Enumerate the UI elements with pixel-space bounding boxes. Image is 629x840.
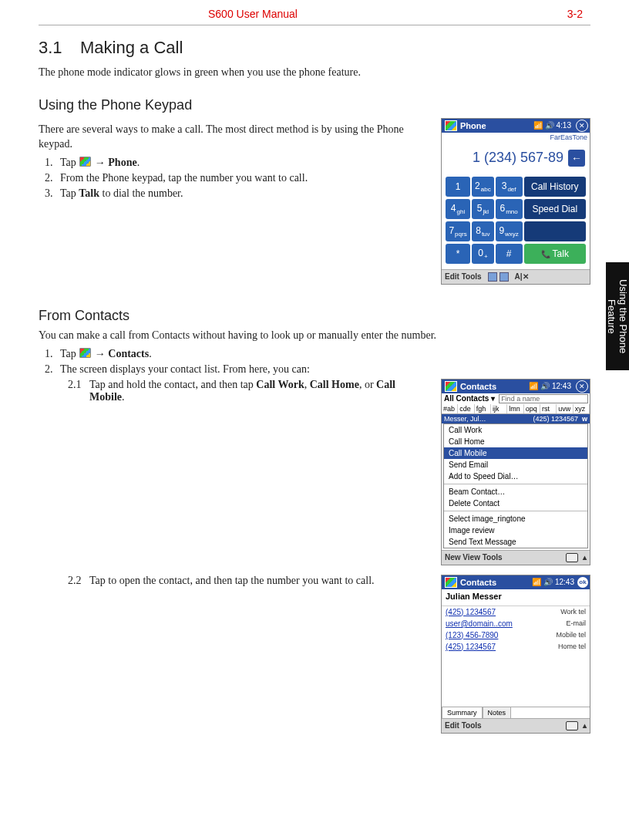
contact-field[interactable]: (425) 1234567Home tel <box>442 641 590 653</box>
status-icons: 📶🔊12:43 <box>532 578 574 586</box>
key-9[interactable]: 9wxyz <box>496 221 523 241</box>
page-number: 3-2 <box>567 8 583 20</box>
start-icon <box>79 157 91 167</box>
key-7[interactable]: 7pqrs <box>446 221 470 241</box>
speed-dial-button[interactable]: Speed Dial <box>524 199 586 219</box>
keyboard-icon[interactable] <box>566 553 578 562</box>
status-icons: 📶🔊12:43 <box>529 382 571 390</box>
window-title: Phone <box>460 121 530 130</box>
up-icon[interactable]: ▴ <box>583 721 587 730</box>
menu-item[interactable]: Delete Contact <box>444 498 587 509</box>
start-icon[interactable] <box>445 120 457 131</box>
section-intro: The phone mode indicator glows in green … <box>39 66 590 80</box>
carrier-label: FarEasTone <box>442 133 590 142</box>
screenshot-phone-keypad: Phone 📶🔊4:13 ✕ FarEasTone 1 (234) 567-89… <box>441 118 590 285</box>
backspace-button[interactable]: ← <box>568 150 585 167</box>
input-mode-indicator: A|✕ <box>515 272 529 281</box>
key-3[interactable]: 3def <box>496 177 523 197</box>
keyboard-icon[interactable] <box>566 721 578 730</box>
step-3: Tap Talk to dial the number. <box>56 187 427 200</box>
side-tab: Using the Phone Feature <box>606 262 629 370</box>
tab-notes[interactable]: Notes <box>483 707 512 718</box>
header-rule <box>39 25 590 25</box>
alpha-filter[interactable]: #ab <box>442 404 458 413</box>
menu-item[interactable]: Call Mobile <box>444 447 587 459</box>
window-title: Contacts <box>460 578 529 587</box>
talk-button[interactable]: 📞Talk <box>524 244 586 264</box>
contacts-filter[interactable]: All Contacts ▾ <box>442 393 497 404</box>
key-0[interactable]: 0+ <box>472 244 494 264</box>
contact-field[interactable]: (123) 456-7890Mobile tel <box>442 629 590 641</box>
menu-item[interactable]: Send Email <box>444 459 587 471</box>
close-icon[interactable]: ✕ <box>576 380 588 393</box>
menu-item[interactable]: Add to Speed Dial… <box>444 471 587 482</box>
keypad: 1 2abc 3def Call History 4ghi 5jkl 6mno … <box>442 174 590 269</box>
key-1[interactable]: 1 <box>446 177 470 197</box>
contact-name: Julian Messer <box>442 589 590 606</box>
key-4[interactable]: 4ghi <box>446 199 470 219</box>
edit-menu[interactable]: Edit Tools <box>445 272 482 281</box>
menu-item[interactable]: Select image_ringtone <box>444 513 587 525</box>
key-5[interactable]: 5jkl <box>472 199 494 219</box>
key-8[interactable]: 8tuv <box>472 221 494 241</box>
contacts-step-1: Tap → Contacts. <box>56 348 590 360</box>
step-2: From the Phone keypad, tap the number yo… <box>56 172 427 184</box>
substep-text: Tap and hold the contact, and then tap C… <box>89 379 590 572</box>
call-history-button[interactable]: Call History <box>524 177 586 197</box>
alpha-filter[interactable]: lmn <box>507 404 523 413</box>
start-icon[interactable] <box>445 381 457 392</box>
alpha-filter[interactable]: uvw <box>557 404 573 413</box>
contact-row-name[interactable]: Messer, Jul… <box>444 415 486 423</box>
start-icon[interactable] <box>445 577 457 588</box>
section-heading: 3.1Making a Call <box>39 38 590 58</box>
close-icon[interactable]: ✕ <box>576 120 588 132</box>
window-title: Contacts <box>460 382 526 391</box>
key-star[interactable]: * <box>446 244 470 264</box>
contact-field[interactable]: (425) 1234567Work tel <box>442 606 590 618</box>
blank-button <box>524 221 586 241</box>
alpha-filter[interactable]: opq <box>524 404 540 413</box>
ok-button[interactable]: ok <box>577 577 588 588</box>
substep-text: Tap to open the contact, and then tap th… <box>89 575 590 740</box>
menu-item[interactable]: Beam Contact… <box>444 486 587 498</box>
subheading-contacts: From Contacts <box>39 308 590 324</box>
contact-field[interactable]: user@domain..comE-mail <box>442 618 590 629</box>
screenshot-contact-detail: Contacts 📶🔊12:43 ok Julian Messer (425) … <box>441 575 590 734</box>
alpha-filter[interactable]: fgh <box>475 404 491 413</box>
key-hash[interactable]: # <box>496 244 523 264</box>
detail-tabs: Summary Notes <box>442 707 590 718</box>
find-input[interactable]: Find a name <box>499 394 588 403</box>
contacts-intro: You can make a call from Contacts withou… <box>39 329 590 343</box>
screenshot-contacts-menu: Contacts 📶🔊12:43 ✕ All Contacts ▾ Find a… <box>441 379 590 565</box>
bottom-menu[interactable]: Edit Tools <box>445 721 482 730</box>
menu-item[interactable]: Image review <box>444 525 587 536</box>
alpha-filter[interactable]: cde <box>458 404 474 413</box>
step-1: Tap → Phone. <box>56 157 427 169</box>
alpha-filter[interactable]: ijk <box>491 404 507 413</box>
toolbar-icons[interactable] <box>488 272 509 282</box>
dialed-number: 1 (234) 567-89 <box>473 150 563 166</box>
contacts-step-2: The screen displays your contact list. F… <box>56 363 590 740</box>
bottom-menu[interactable]: New View Tools <box>445 553 503 562</box>
menu-item[interactable]: Send Text Message <box>444 536 587 548</box>
doc-title: S600 User Manual <box>208 8 298 20</box>
subheading-keypad: Using the Phone Keypad <box>39 97 590 113</box>
tab-summary[interactable]: Summary <box>442 707 483 718</box>
key-2[interactable]: 2abc <box>472 177 494 197</box>
status-icons: 📶🔊4:13 <box>533 121 571 130</box>
substep-number: 2.2 <box>68 575 89 740</box>
start-icon <box>79 348 91 358</box>
key-6[interactable]: 6mno <box>496 199 523 219</box>
keypad-intro: There are several ways to make a call. T… <box>39 123 427 152</box>
up-icon[interactable]: ▴ <box>583 553 587 562</box>
menu-item[interactable]: Call Home <box>444 436 587 447</box>
alpha-filter[interactable]: xyz <box>574 404 590 413</box>
context-menu: Call WorkCall HomeCall MobileSend EmailA… <box>443 423 588 548</box>
menu-item[interactable]: Call Work <box>444 424 587 436</box>
alpha-filter[interactable]: rst <box>540 404 557 413</box>
substep-number: 2.1 <box>68 379 89 572</box>
